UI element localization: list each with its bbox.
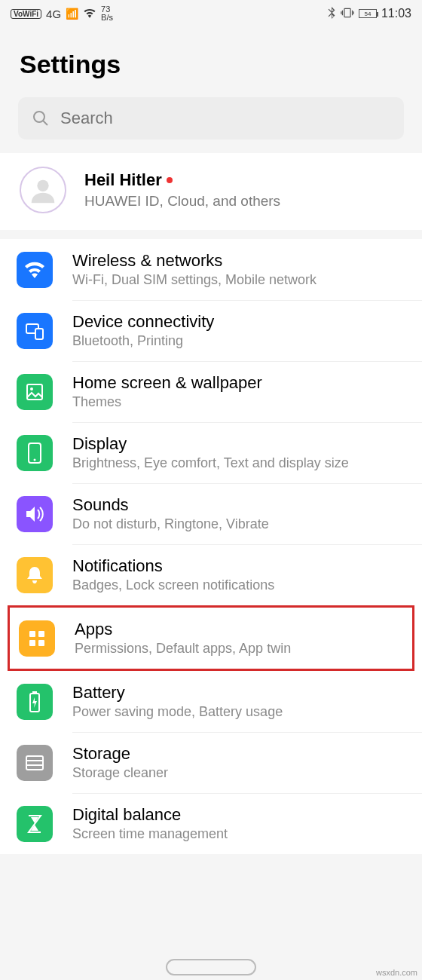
row-title: Storage [72, 744, 168, 764]
wallpaper-icon [17, 374, 53, 410]
row-subtitle: Storage cleaner [72, 765, 168, 781]
signal-icon: 📶 [66, 8, 78, 20]
row-subtitle: Bluetooth, Printing [72, 333, 214, 349]
row-storage[interactable]: Storage Storage cleaner [0, 732, 422, 793]
row-title: Battery [72, 683, 283, 703]
profile-row[interactable]: Heil Hitler HUAWEI ID, Cloud, and others [0, 153, 422, 230]
notification-dot-icon [167, 177, 173, 183]
row-subtitle: Permissions, Default apps, App twin [75, 641, 291, 657]
row-apps[interactable]: Apps Permissions, Default apps, App twin [10, 608, 412, 669]
watermark: wsxdn.com [376, 968, 417, 977]
page-header: Settings [0, 27, 422, 97]
settings-list: Wireless & networks Wi-Fi, Dual SIM sett… [0, 239, 422, 854]
profile-subtitle: HUAWEI ID, Cloud, and others [84, 193, 280, 210]
row-subtitle: Screen time management [72, 826, 228, 842]
bell-icon [17, 557, 53, 593]
status-left: VoWiFi 4G 📶 73 B/s [11, 5, 113, 22]
row-digital-balance[interactable]: Digital balance Screen time management [0, 793, 422, 854]
user-icon [27, 174, 59, 206]
row-title: Notifications [72, 556, 274, 576]
row-subtitle: Wi-Fi, Dual SIM settings, Mobile network [72, 272, 316, 288]
svg-point-1 [34, 112, 44, 122]
data-speed: 73 B/s [101, 5, 113, 22]
svg-rect-10 [29, 631, 35, 637]
row-title: Display [72, 434, 349, 454]
avatar [20, 167, 66, 213]
row-title: Sounds [72, 495, 269, 515]
row-device-connectivity[interactable]: Device connectivity Bluetooth, Printing [0, 300, 422, 361]
svg-rect-5 [35, 329, 43, 339]
page-title: Settings [20, 50, 402, 79]
svg-point-7 [30, 387, 33, 390]
svg-rect-11 [38, 631, 44, 637]
row-sounds[interactable]: Sounds Do not disturb, Ringtone, Vibrate [0, 483, 422, 544]
svg-point-3 [37, 180, 48, 191]
svg-rect-16 [26, 756, 43, 770]
vibrate-icon [341, 7, 354, 21]
svg-point-9 [34, 458, 36, 461]
row-title: Apps [75, 620, 291, 639]
svg-rect-0 [344, 8, 350, 17]
row-subtitle: Themes [72, 394, 262, 410]
wifi-icon [17, 252, 53, 288]
balance-icon [17, 806, 53, 842]
wifi-icon [83, 8, 96, 20]
row-display[interactable]: Display Brightness, Eye comfort, Text an… [0, 422, 422, 483]
svg-rect-15 [32, 691, 37, 694]
profile-name: Heil Hitler [84, 170, 162, 190]
apps-icon [19, 620, 55, 657]
search-bar[interactable] [18, 97, 404, 139]
network-4g-label: 4G [46, 8, 61, 20]
row-title: Home screen & wallpaper [72, 373, 262, 393]
row-wireless-networks[interactable]: Wireless & networks Wi-Fi, Dual SIM sett… [0, 239, 422, 300]
svg-rect-6 [27, 384, 42, 400]
row-battery[interactable]: Battery Power saving mode, Battery usage [0, 671, 422, 732]
sound-icon [17, 496, 53, 532]
clock: 11:03 [381, 7, 411, 20]
status-bar: VoWiFi 4G 📶 73 B/s 54 11:03 [0, 0, 422, 27]
battery-icon [17, 684, 53, 720]
devices-icon [17, 313, 53, 349]
row-title: Digital balance [72, 805, 228, 825]
display-icon [17, 435, 53, 471]
row-title: Device connectivity [72, 312, 214, 332]
row-home-wallpaper[interactable]: Home screen & wallpaper Themes [0, 361, 422, 422]
row-title: Wireless & networks [72, 251, 316, 271]
svg-rect-12 [29, 640, 35, 646]
row-subtitle: Do not disturb, Ringtone, Vibrate [72, 516, 269, 532]
nav-pill[interactable] [166, 959, 256, 975]
bluetooth-icon [327, 7, 336, 21]
svg-line-2 [43, 121, 47, 125]
battery-indicator: 54 [359, 9, 377, 18]
status-right: 54 11:03 [327, 7, 411, 21]
search-icon [32, 109, 50, 127]
row-notifications[interactable]: Notifications Badges, Lock screen notifi… [0, 544, 422, 605]
storage-icon [17, 745, 53, 781]
row-subtitle: Badges, Lock screen notifications [72, 577, 274, 593]
search-input[interactable] [60, 109, 390, 128]
vowifi-badge: VoWiFi [11, 9, 41, 19]
row-subtitle: Power saving mode, Battery usage [72, 704, 283, 720]
apps-highlight-box: Apps Permissions, Default apps, App twin [8, 605, 414, 671]
profile-text: Heil Hitler HUAWEI ID, Cloud, and others [84, 170, 280, 210]
row-subtitle: Brightness, Eye comfort, Text and displa… [72, 455, 349, 471]
svg-rect-13 [38, 640, 44, 646]
